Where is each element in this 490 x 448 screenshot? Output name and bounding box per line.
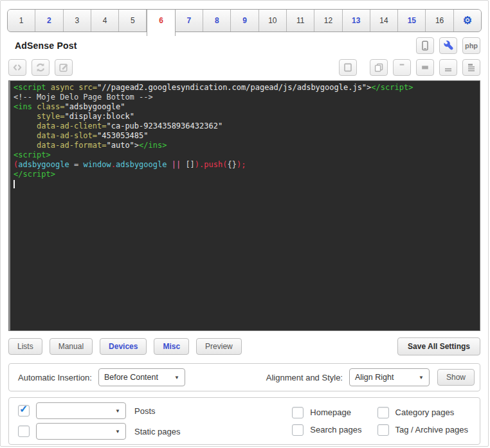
homepage-checkbox[interactable]	[292, 407, 304, 418]
manual-button[interactable]: Manual	[50, 338, 93, 355]
code-line: (adsbygoogle = window.adsbygoogle || [])…	[14, 160, 477, 170]
homepage-label: Homepage	[310, 408, 351, 417]
page-types-box: ▼Posts▼Static pages HomepageCategory pag…	[8, 397, 480, 445]
block-center-icon	[420, 62, 430, 73]
code-line: data-ad-format="auto"></ins>	[14, 141, 477, 150]
frame-icon	[343, 62, 353, 73]
ad-inserter-panel: 12345678910111213141516⚙ AdSense Post ph…	[0, 0, 489, 447]
tab-3[interactable]: 3	[64, 10, 91, 31]
code-line: data-ad-slot="453053485"	[14, 131, 477, 141]
insertion-settings-box: Automatic Insertion: Before Content ▼ Al…	[8, 363, 480, 391]
sync-button[interactable]	[32, 59, 50, 76]
margin-top-icon	[397, 62, 407, 73]
posts-select[interactable]: ▼	[36, 402, 126, 419]
code-icon	[12, 62, 23, 73]
tab-4[interactable]: 4	[91, 10, 119, 31]
copy-icon	[374, 62, 384, 73]
block-center-button[interactable]	[416, 59, 434, 76]
copy-button[interactable]	[370, 59, 388, 76]
chevron-down-icon: ▼	[115, 408, 120, 414]
mobile-device-icon	[420, 40, 430, 51]
chevron-down-icon: ▼	[115, 429, 120, 435]
tab-9[interactable]: 9	[231, 10, 259, 31]
tab-15[interactable]: 15	[398, 10, 426, 31]
editor-toolbar	[8, 59, 480, 76]
save-all-settings-button[interactable]: Save All Settings	[397, 337, 480, 355]
tab-8[interactable]: 8	[203, 10, 231, 31]
code-line: <script>	[14, 150, 477, 160]
category-pages-checkbox[interactable]	[377, 407, 389, 418]
static-pages-select[interactable]: ▼	[36, 423, 126, 440]
code-line: <script async src="//pagead2.googlesyndi…	[14, 83, 477, 93]
static-pages-label: Static pages	[134, 427, 181, 436]
code-editor[interactable]: <script async src="//pagead2.googlesyndi…	[8, 80, 480, 331]
tag-archive-pages-checkbox[interactable]	[377, 424, 389, 436]
tab-10[interactable]: 10	[259, 10, 287, 31]
automatic-insertion-select[interactable]: Before Content ▼	[98, 368, 185, 386]
lines-bottom-icon	[443, 62, 453, 73]
frame-button[interactable]	[339, 59, 357, 76]
posts-label: Posts	[134, 406, 156, 416]
edit-icon	[59, 62, 69, 73]
tab-1[interactable]: 1	[8, 10, 35, 31]
homepage-row: Homepage	[292, 407, 361, 418]
wrench-icon	[443, 40, 454, 51]
gear-icon: ⚙	[463, 15, 472, 26]
preview-button[interactable]: Preview	[196, 338, 242, 355]
text-lines-icon	[466, 62, 476, 73]
editor-toolbar-right	[339, 59, 480, 76]
footer-buttons: ListsManualDevicesMiscPreviewSave All Se…	[8, 337, 480, 355]
code-line: data-ad-client="ca-pub-9234358936432362"	[14, 121, 477, 131]
header-icons: php	[416, 37, 480, 54]
tab-13[interactable]: 13	[343, 10, 370, 31]
category-pages-label: Category pages	[395, 408, 455, 417]
tab-settings[interactable]: ⚙	[454, 10, 481, 31]
code-button[interactable]	[8, 59, 26, 76]
code-line: <!-- Moje Delo Page Bottom -->	[14, 93, 477, 102]
editor-toolbar-left	[8, 59, 73, 76]
alignment-style-label: Alignment and Style:	[266, 373, 343, 382]
php-button[interactable]: php	[462, 37, 480, 54]
text-cursor	[14, 180, 15, 188]
static-pages-row: ▼Static pages	[18, 423, 181, 440]
search-pages-label: Search pages	[310, 425, 361, 435]
search-pages-checkbox[interactable]	[292, 424, 304, 436]
posts-checkbox[interactable]	[18, 405, 30, 417]
header-row: AdSense Post php	[8, 37, 480, 54]
tab-7[interactable]: 7	[176, 10, 203, 31]
alignment-style-select[interactable]: Align Right ▼	[349, 368, 430, 386]
chevron-down-icon: ▼	[174, 375, 179, 381]
tab-5[interactable]: 5	[119, 10, 147, 31]
posts-row: ▼Posts	[18, 402, 181, 419]
tab-2[interactable]: 2	[35, 10, 63, 31]
chevron-down-icon: ▼	[419, 375, 424, 381]
block-title: AdSense Post	[15, 40, 77, 51]
margin-top-button[interactable]	[393, 59, 411, 76]
code-line: </script>	[14, 170, 477, 179]
search-pages-row: Search pages	[292, 424, 361, 436]
mobile-device-button[interactable]	[416, 37, 434, 54]
alignment-group: Alignment and Style: Align Right ▼ Show	[266, 368, 475, 386]
pages-left: ▼Posts▼Static pages	[18, 402, 181, 440]
show-button[interactable]: Show	[437, 369, 475, 386]
tab-bar: 12345678910111213141516⚙	[7, 9, 482, 32]
lines-bottom-button[interactable]	[439, 59, 457, 76]
wrench-button[interactable]	[439, 37, 457, 54]
static-pages-checkbox[interactable]	[18, 426, 30, 437]
tag-archive-pages-row: Tag / Archive pages	[377, 424, 468, 436]
tag-archive-pages-label: Tag / Archive pages	[395, 425, 468, 435]
edit-button[interactable]	[55, 59, 73, 76]
tab-14[interactable]: 14	[370, 10, 398, 31]
tab-6[interactable]: 6	[147, 10, 175, 36]
pages-right: HomepageCategory pagesSearch pagesTag / …	[292, 407, 468, 436]
tab-12[interactable]: 12	[314, 10, 342, 31]
automatic-insertion-label: Automatic Insertion:	[18, 373, 92, 382]
lists-button[interactable]: Lists	[8, 338, 42, 355]
misc-button[interactable]: Misc	[154, 338, 189, 355]
sync-icon	[35, 62, 46, 73]
tab-16[interactable]: 16	[426, 10, 453, 31]
devices-button[interactable]: Devices	[100, 338, 147, 355]
tab-11[interactable]: 11	[287, 10, 314, 31]
automatic-insertion-value: Before Content	[104, 373, 158, 382]
text-lines-button[interactable]	[462, 59, 480, 76]
